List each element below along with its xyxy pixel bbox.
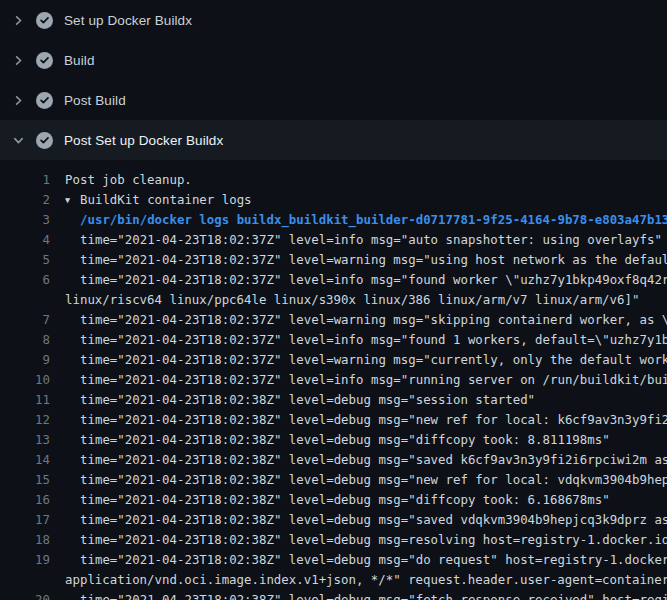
step-label: Post Build [64,93,126,108]
log-row: 12time="2021-04-23T18:02:38Z" level=debu… [0,410,667,430]
log-row: 7time="2021-04-23T18:02:37Z" level=warni… [0,310,667,330]
log-row: 17time="2021-04-23T18:02:38Z" level=debu… [0,510,667,530]
log-line-number[interactable]: 12 [0,410,50,430]
log-text: time="2021-04-23T18:02:38Z" level=debug … [65,390,667,410]
log-text: time="2021-04-23T18:02:38Z" level=debug … [65,550,667,570]
log-line-number[interactable]: 13 [0,430,50,450]
log-text: time="2021-04-23T18:02:38Z" level=debug … [65,530,667,550]
log-line-number[interactable]: 10 [0,370,50,390]
log-line-number[interactable]: 1 [0,170,50,190]
log-line-number[interactable]: 17 [0,510,50,530]
log-line-number[interactable]: 3 [0,210,50,230]
log-row: 13time="2021-04-23T18:02:38Z" level=debu… [0,430,667,450]
log-row: 8time="2021-04-23T18:02:37Z" level=info … [0,330,667,350]
log-line-number[interactable]: 18 [0,530,50,550]
log-line-number[interactable]: 11 [0,390,50,410]
triangle-down-icon: ▼ [65,190,80,210]
chevron-down-icon [12,134,25,147]
log-line-number [0,570,50,590]
chevron-right-icon [12,54,25,67]
log-text: time="2021-04-23T18:02:38Z" level=debug … [65,470,667,490]
step-header-set-up-docker-buildx[interactable]: Set up Docker Buildx [0,0,667,40]
log-group-label: BuildKit container logs [80,192,252,207]
log-text: time="2021-04-23T18:02:37Z" level=info m… [65,370,667,390]
log-row: 1Post job cleanup. [0,170,667,190]
step-header-post-set-up-docker-buildx[interactable]: Post Set up Docker Buildx [0,120,667,160]
log-text: time="2021-04-23T18:02:37Z" level=warnin… [65,250,667,270]
log-line-number[interactable]: 5 [0,250,50,270]
log-line-number[interactable]: 4 [0,230,50,250]
log-line-number[interactable]: 14 [0,450,50,470]
log-row: 10time="2021-04-23T18:02:37Z" level=info… [0,370,667,390]
check-circle-icon [36,132,53,149]
log-output[interactable]: 1Post job cleanup.2▼BuildKit container l… [0,160,667,600]
log-row: linux/riscv64 linux/ppc64le linux/s390x … [0,290,667,310]
log-text: Post job cleanup. [65,170,667,190]
log-text: time="2021-04-23T18:02:37Z" level=info m… [65,330,667,350]
log-row: 20time="2021-04-23T18:02:38Z" level=debu… [0,590,667,600]
log-row: 18time="2021-04-23T18:02:38Z" level=debu… [0,530,667,550]
log-line-number [0,290,50,310]
log-group-header[interactable]: ▼BuildKit container logs [65,190,667,210]
log-text: time="2021-04-23T18:02:38Z" level=debug … [65,490,667,510]
log-line-number[interactable]: 19 [0,550,50,570]
log-row: 16time="2021-04-23T18:02:38Z" level=debu… [0,490,667,510]
log-command-text: /usr/bin/docker logs buildx_buildkit_bui… [65,210,667,230]
log-text: time="2021-04-23T18:02:38Z" level=debug … [65,450,667,470]
check-circle-icon [36,92,53,109]
log-row: 6time="2021-04-23T18:02:37Z" level=info … [0,270,667,290]
log-row: 15time="2021-04-23T18:02:38Z" level=debu… [0,470,667,490]
step-label: Build [64,53,95,68]
log-text: time="2021-04-23T18:02:38Z" level=debug … [65,430,667,450]
log-line-number[interactable]: 20 [0,590,50,600]
log-line-number[interactable]: 9 [0,350,50,370]
log-text: time="2021-04-23T18:02:38Z" level=debug … [65,410,667,430]
log-row: 2▼BuildKit container logs [0,190,667,210]
step-list: Set up Docker BuildxBuildPost BuildPost … [0,0,667,160]
log-text: application/vnd.oci.image.index.v1+json,… [65,570,667,590]
log-line-number[interactable]: 6 [0,270,50,290]
log-text: time="2021-04-23T18:02:37Z" level=warnin… [65,310,667,330]
log-line-number[interactable]: 8 [0,330,50,350]
actions-log-viewer: Set up Docker BuildxBuildPost BuildPost … [0,0,667,600]
log-text: time="2021-04-23T18:02:38Z" level=debug … [65,510,667,530]
step-label: Set up Docker Buildx [64,13,192,28]
step-header-post-build[interactable]: Post Build [0,80,667,120]
check-circle-icon [36,12,53,29]
log-line-number[interactable]: 15 [0,470,50,490]
log-line-number[interactable]: 2 [0,190,50,210]
log-text: time="2021-04-23T18:02:37Z" level=info m… [65,230,667,250]
log-row: 3/usr/bin/docker logs buildx_buildkit_bu… [0,210,667,230]
log-row: 19time="2021-04-23T18:02:38Z" level=debu… [0,550,667,570]
log-text: time="2021-04-23T18:02:38Z" level=debug … [65,590,667,600]
chevron-right-icon [12,94,25,107]
log-text: time="2021-04-23T18:02:37Z" level=warnin… [65,350,667,370]
log-row: 14time="2021-04-23T18:02:38Z" level=debu… [0,450,667,470]
log-row: application/vnd.oci.image.index.v1+json,… [0,570,667,590]
chevron-right-icon [12,14,25,27]
log-row: 9time="2021-04-23T18:02:37Z" level=warni… [0,350,667,370]
log-row: 11time="2021-04-23T18:02:38Z" level=debu… [0,390,667,410]
log-text: linux/riscv64 linux/ppc64le linux/s390x … [65,290,667,310]
check-circle-icon [36,52,53,69]
log-line-number[interactable]: 7 [0,310,50,330]
log-row: 4time="2021-04-23T18:02:37Z" level=info … [0,230,667,250]
step-label: Post Set up Docker Buildx [64,133,223,148]
step-header-build[interactable]: Build [0,40,667,80]
log-text: time="2021-04-23T18:02:37Z" level=info m… [65,270,667,290]
log-row: 5time="2021-04-23T18:02:37Z" level=warni… [0,250,667,270]
log-line-number[interactable]: 16 [0,490,50,510]
